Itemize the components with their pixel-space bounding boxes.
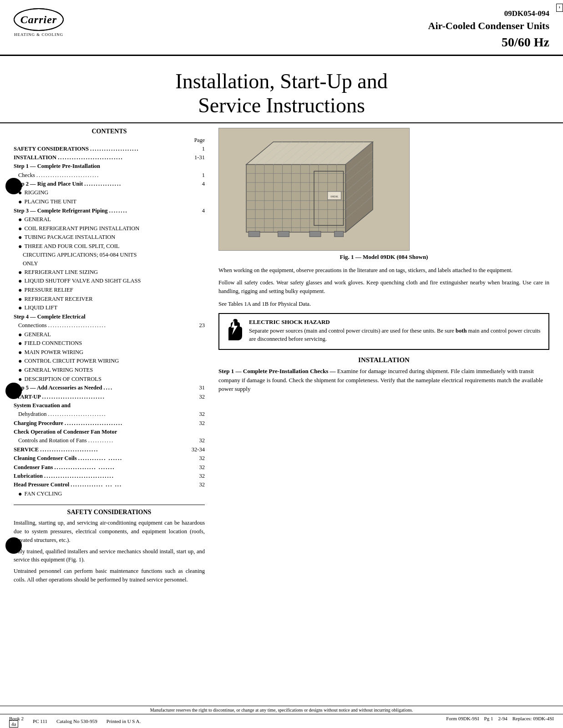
toc-refrig-receiver: ●REFRIGERANT RECEIVER [14,295,205,304]
main-content: CONTENTS Page SAFETY CONSIDERATIONS ....… [0,123,563,587]
toc-liquid-lift: ●LIQUID LIFT [14,303,205,313]
footer-pg: Pg 1 [484,716,493,721]
toc-sys-evac-title: System Evacuation and [14,401,205,410]
footer-tab: 4a [9,720,18,728]
toc-step3: Step 3 — Complete Refrigerant Piping ...… [14,207,205,215]
toc-circuiting: CIRCUITING APPLICATIONS; 054-084 UNITS [14,251,205,259]
installation-step1: Step 1 — Complete Pre-Installation Check… [218,367,549,394]
toc-step5: Step 5 — Add Accessories as Needed .... … [14,384,205,392]
footer-right: Form 09DK-9SI Pg 1 2-94 Replaces: 09DK-4… [446,716,554,727]
page-wrapper: ¹ Carrier HEATING & COOLING 09DK054-094 … [0,0,563,728]
toc-coil-refrig: ●COIL REFRIGERANT PIPING INSTALLATION [14,224,205,233]
toc-field-connections: ●FIELD CONNECTIONS [14,339,205,348]
safety-para-3: Untrained personnel can perform basic ma… [14,567,205,584]
toc-check-op-title: Check Operation of Condenser Fan Motor [14,428,205,436]
page-title: Installation, Start-Up and Service Instr… [14,70,549,118]
footer-date: 2-94 [498,716,507,721]
hz-rating: 50/60 Hz [428,33,549,51]
toc-head-pressure: Head Pressure Control .............. ...… [14,480,205,489]
toc-installation: INSTALLATION ...........................… [14,153,205,162]
header: Carrier HEATING & COOLING 09DK054-094 Ai… [0,0,563,56]
toc-controls-rotation: Controls and Rotation of Fans ..........… [14,436,205,445]
footer-printed: Printed in U S A. [107,718,141,724]
svg-text:09DK: 09DK [330,194,338,198]
logo-area: Carrier HEATING & COOLING [14,8,64,37]
hazard-box: ELECTRIC SHOCK HAZARD Separate power sou… [218,313,549,350]
toc-only: ONLY [14,259,205,268]
condenser-svg: 09DK [219,128,409,250]
model-number: 09DK054-094 [428,8,549,19]
svg-rect-41 [249,231,260,237]
toc-general: ●GENERAL [14,215,205,224]
footer-form: Form 09DK-9SI [446,716,479,721]
toc-startup: START-UP ........................... 32 [14,393,205,401]
logo-subtitle: HEATING & COOLING [14,32,63,37]
safety-para-2: Only trained, qualified installers and s… [14,547,205,565]
footer: Manufacturer reserves the right to disco… [0,706,563,728]
footer-disclaimer: Manufacturer reserves the right to disco… [0,706,563,714]
page-title-section: Installation, Start-Up and Service Instr… [0,56,563,123]
toc-liquid-shutoff: ●LIQUID SHUTOFF VALVE AND SIGHT GLASS [14,277,205,286]
toc-charging: Charging Procedure .....................… [14,419,205,428]
toc-fan-cycling: ●FAN CYCLING [14,490,205,499]
svg-rect-42 [278,231,289,237]
hazard-title: ELECTRIC SHOCK HAZARD [249,318,544,327]
hazard-icon [224,318,244,345]
right-para-1: When working on the equipment, observe p… [218,266,549,275]
toc-cleaning: Cleaning Condenser Coils ............ ..… [14,454,205,463]
toc-condenser-fans: Condenser Fans .................. ......… [14,463,205,472]
svg-rect-44 [335,231,344,237]
hazard-text: Separate power sources (main and control… [249,327,544,344]
safety-para-1: Installing, starting up, and servicing a… [14,519,205,544]
contents-title: CONTENTS [14,128,205,135]
bullet-circle-3 [5,537,22,554]
bullet-circle-1 [5,178,22,194]
page-corner-tab: ¹ [556,4,563,12]
right-para-3: See Tables 1A and 1B for Physical Data. [218,300,549,308]
contents-page-label: Page [14,137,205,144]
unit-image: 09DK [218,128,410,251]
footer-catalog: Catalog No 530-959 [56,718,97,724]
step1-title: Step 1 — Complete Pre-Installation Check… [218,368,336,374]
right-para-2: Follow all safety codes. Wear safety gla… [218,278,549,296]
toc-control-circuit: ●CONTROL CIRCUIT POWER WIRING [14,357,205,366]
installation-section: INSTALLATION Step 1 — Complete Pre-Insta… [218,356,549,394]
bullet-circle-2 [5,383,22,399]
contents-list: SAFETY CONSIDERATIONS ..................… [14,145,205,499]
toc-tubing: ●TUBING PACKAGE INSTALLATION [14,233,205,242]
toc-safety: SAFETY CONSIDERATIONS ..................… [14,145,205,153]
toc-pressure: ●PRESSURE RELIEF [14,286,205,295]
figure-caption: Fig. 1 — Model 09DK (084 Shown) [218,253,549,261]
unit-name: Air-Cooled Condenser Units [428,19,549,33]
toc-description: ●DESCRIPTION OF CONTROLS [14,375,205,384]
toc-three-four: ●THREE AND FOUR COIL SPLIT, COIL [14,242,205,251]
header-title: 09DK054-094 Air-Cooled Condenser Units 5… [428,8,549,51]
toc-step4-title: Step 4 — Complete Electrical [14,313,205,321]
footer-book-tab: Book 2 4a [9,716,24,727]
toc-placing: ●PLACING THE UNIT [14,197,205,207]
hazard-content: ELECTRIC SHOCK HAZARD Separate power sou… [249,318,544,344]
footer-pc: PC 111 [33,718,47,724]
logo-text: Carrier [20,14,57,26]
svg-rect-43 [309,231,321,237]
safety-title: SAFETY CONSIDERATIONS [14,509,205,516]
footer-replaces: Replaces: 09DK-4SI [512,716,554,721]
installation-section-title: INSTALLATION [218,356,549,364]
right-column: 09DK Fig. 1 — Model 09DK (084 Shown) Whe… [218,123,549,587]
carrier-logo: Carrier [14,8,64,31]
footer-left: Book 2 4a PC 111 Catalog No 530-959 Prin… [9,716,141,727]
left-column: CONTENTS Page SAFETY CONSIDERATIONS ....… [14,123,209,587]
toc-refrig-line: ●REFRIGERANT LINE SIZING [14,268,205,277]
footer-bottom: Book 2 4a PC 111 Catalog No 530-959 Prin… [0,714,563,728]
toc-connections: Connections ......................... 23 [14,321,205,330]
toc-dehydration: Dehydration ......................... 32 [14,410,205,419]
toc-checks: Checks ........................... 1 [14,171,205,180]
toc-step1-title: Step 1 — Complete Pre-Installation [14,162,205,171]
toc-main-power: ●MAIN POWER WIRING [14,348,205,357]
toc-service: SERVICE ......................... 32-34 [14,445,205,454]
toc-wiring-notes: ●GENERAL WIRING NOTES [14,366,205,375]
toc-general2: ●GENERAL [14,330,205,339]
toc-rigging: ●RIGGING [14,188,205,197]
toc-lubrication: Lubrication ............................… [14,472,205,480]
safety-section: SAFETY CONSIDERATIONS Installing, starti… [14,505,205,584]
